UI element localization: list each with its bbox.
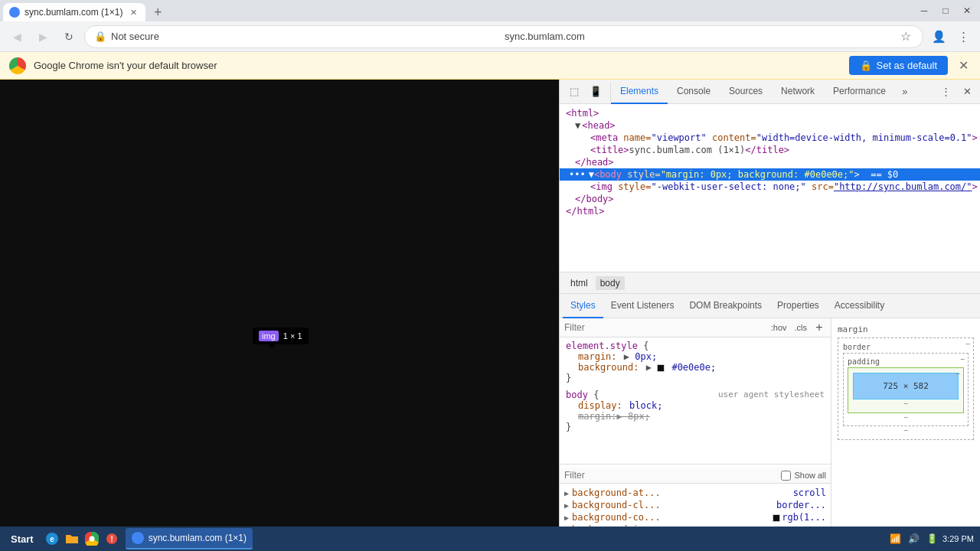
breadcrumb-body[interactable]: body xyxy=(596,276,625,290)
computed-filter-input[interactable] xyxy=(564,470,776,481)
taskbar-alert-icon[interactable]: ! xyxy=(103,530,121,548)
set-default-button[interactable]: 🔒 Set as default xyxy=(849,56,949,75)
computed-toggle[interactable]: ▶ xyxy=(564,489,569,497)
dom-line[interactable]: ▼ <head> xyxy=(560,119,980,132)
inspect-element-button[interactable]: ⬚ xyxy=(564,82,584,102)
dom-line[interactable]: </head> xyxy=(560,156,980,168)
margin-bottom-dash: − xyxy=(843,426,969,435)
taskbar-folder-icon[interactable] xyxy=(63,530,81,548)
dom-attr-name: name= xyxy=(623,132,651,143)
dom-tag: </html> xyxy=(566,206,605,217)
hov-button[interactable]: :hov xyxy=(769,322,789,333)
dom-tag: > xyxy=(972,132,978,143)
computed-toggle[interactable]: ▶ xyxy=(564,501,569,510)
account-button[interactable]: 👤 xyxy=(928,26,949,47)
breadcrumb-html[interactable]: html xyxy=(566,276,593,290)
nav-right-buttons: 👤 ⋮ xyxy=(928,26,974,47)
css-property-margin[interactable]: margin: ▶ 0px; xyxy=(566,351,825,362)
prop-value: block; xyxy=(629,400,662,411)
css-property-background[interactable]: background: ▶ #0e0e0e; xyxy=(566,362,825,373)
css-property-margin-strikethrough[interactable]: margin:▶ 8px; xyxy=(566,411,825,422)
prop-value: #0e0e0e; xyxy=(671,362,716,373)
taskbar-chrome-icon[interactable] xyxy=(83,530,101,548)
padding-bottom-dash: − xyxy=(853,399,959,408)
dom-toggle[interactable]: ▼ xyxy=(575,120,580,131)
time-text: 3:29 PM xyxy=(942,534,974,543)
computed-row: ▶ background-at... scroll xyxy=(563,487,828,499)
css-left-panel: :hov .cls + element.style { xyxy=(560,318,831,551)
volume-icon[interactable]: 🔊 xyxy=(906,531,921,546)
box-content-size: 725 × 582 xyxy=(883,381,929,391)
tab-favicon xyxy=(9,7,20,18)
minimize-button[interactable]: ─ xyxy=(914,3,934,18)
tab-elements[interactable]: Elements xyxy=(611,80,668,104)
devtools-settings-button[interactable]: ⋮ xyxy=(936,82,956,102)
tab-dom-breakpoints[interactable]: DOM Breakpoints xyxy=(681,294,769,318)
browser-tab[interactable]: sync.bumlam.com (1×1) ✕ xyxy=(3,3,145,21)
css-block-element-style: element.style { margin: ▶ 0px; backgroun… xyxy=(566,341,825,383)
dom-line[interactable]: </body> xyxy=(560,193,980,205)
triangle-icon[interactable]: ▶ xyxy=(646,362,652,373)
filter-bar: :hov .cls + xyxy=(560,318,831,337)
tab-event-listeners[interactable]: Event Listeners xyxy=(603,294,682,318)
tab-network[interactable]: Network xyxy=(772,80,824,104)
maximize-button[interactable]: □ xyxy=(936,3,956,18)
tab-accessibility[interactable]: Accessibility xyxy=(827,294,892,318)
dom-line[interactable]: <meta name="viewport" content="width=dev… xyxy=(560,132,980,144)
dom-line[interactable]: <html> xyxy=(560,107,980,119)
tab-sources[interactable]: Sources xyxy=(720,80,772,104)
computed-toggle[interactable]: ▶ xyxy=(564,514,569,522)
filter-input[interactable] xyxy=(564,322,769,333)
back-button[interactable]: ◀ xyxy=(6,26,28,47)
tab-styles[interactable]: Styles xyxy=(563,294,603,318)
show-all-checkbox-label[interactable]: Show all xyxy=(781,471,826,481)
devtools-close-button[interactable]: ✕ xyxy=(957,82,977,102)
dom-tree[interactable]: <html> ▼ <head> <meta name="viewport" co… xyxy=(560,104,980,272)
computed-color-swatch[interactable] xyxy=(773,514,780,522)
dom-line-selected[interactable]: ••• ▼ <body style="margin: 0px; backgrou… xyxy=(560,168,980,181)
forward-button[interactable]: ▶ xyxy=(32,26,54,47)
alert-icon: ! xyxy=(106,533,118,545)
css-property-display[interactable]: display: block; xyxy=(566,400,825,411)
dom-line[interactable]: </html> xyxy=(560,205,980,217)
css-selector: element.style xyxy=(566,341,643,351)
box-model-panel: margin − border − padding − xyxy=(831,318,980,551)
battery-icon[interactable]: 🔋 xyxy=(924,531,939,546)
devtools-toolbar: ⬚ 📱 Elements Console Sources Network Per… xyxy=(560,80,980,104)
dom-link[interactable]: "http://sync.bumlam.com/" xyxy=(834,181,972,192)
css-selector-line: body { user agent stylesheet xyxy=(566,390,825,400)
url-display: sync.bumlam.com xyxy=(505,31,893,42)
refresh-button[interactable]: ↻ xyxy=(58,26,80,47)
color-swatch[interactable] xyxy=(657,364,665,372)
set-default-icon: 🔒 xyxy=(860,60,872,71)
taskbar-ie-icon[interactable]: e xyxy=(43,530,61,548)
device-toggle-button[interactable]: 📱 xyxy=(586,82,606,102)
set-default-label: Set as default xyxy=(877,60,938,71)
address-bar[interactable]: 🔒 Not secure sync.bumlam.com ☆ xyxy=(84,25,923,48)
info-bar-close-button[interactable]: ✕ xyxy=(956,58,971,73)
cls-button[interactable]: .cls xyxy=(792,322,810,333)
dom-dots: ••• xyxy=(566,169,586,180)
start-button[interactable]: Start xyxy=(3,530,41,548)
time-display[interactable]: 3:29 PM xyxy=(942,534,974,543)
tab-console[interactable]: Console xyxy=(668,80,720,104)
bookmark-button[interactable]: ☆ xyxy=(898,29,913,44)
dom-line[interactable]: <img style="-webkit-user-select: none;" … xyxy=(560,181,980,193)
dom-line[interactable]: <title>sync.bumlam.com (1×1)</title> xyxy=(560,144,980,156)
new-tab-button[interactable]: + xyxy=(149,3,167,21)
add-rule-button[interactable]: + xyxy=(812,321,826,334)
menu-button[interactable]: ⋮ xyxy=(952,26,974,47)
tab-properties[interactable]: Properties xyxy=(769,294,827,318)
prop-name-strikethrough: margin:▶ 8px; xyxy=(578,411,650,422)
folder-icon xyxy=(65,533,79,545)
more-tabs-button[interactable]: » xyxy=(895,82,915,102)
triangle-icon[interactable]: ▶ xyxy=(624,351,629,362)
dom-toggle[interactable]: ▼ xyxy=(586,169,594,180)
taskbar-active-item[interactable]: sync.bumlam.com (1×1) xyxy=(126,528,253,549)
tab-close-button[interactable]: ✕ xyxy=(127,6,139,18)
network-icon[interactable]: 📶 xyxy=(887,531,903,546)
show-all-checkbox[interactable] xyxy=(781,471,791,481)
tab-performance[interactable]: Performance xyxy=(824,80,895,104)
dom-tag: </head> xyxy=(575,157,614,168)
close-button[interactable]: ✕ xyxy=(957,3,977,18)
